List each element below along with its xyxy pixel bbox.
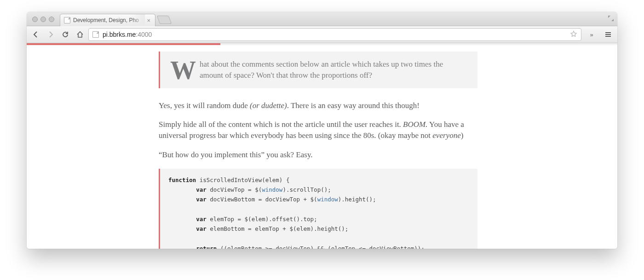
- page-icon: [64, 17, 70, 23]
- close-window-button[interactable]: [32, 17, 38, 22]
- tab-strip: Development, Design, Pho ×: [27, 12, 617, 26]
- code-block: function isScrolledIntoView(elem) { var …: [159, 169, 477, 249]
- browser-window: Development, Design, Pho ×: [27, 12, 617, 249]
- reading-progress-bar: [27, 43, 220, 45]
- minimize-window-button[interactable]: [40, 17, 46, 22]
- tab-title: Development, Design, Pho: [73, 17, 139, 23]
- url-text: pi.bbrks.me:4000: [103, 31, 566, 38]
- enter-fullscreen-icon[interactable]: [607, 15, 615, 22]
- paragraph-1: Yes, yes it will random dude (or dudette…: [159, 100, 477, 111]
- new-tab-button[interactable]: [157, 16, 172, 24]
- back-button[interactable]: [29, 29, 42, 40]
- forward-button[interactable]: [44, 29, 57, 40]
- article-body: W hat about the comments section below a…: [159, 43, 477, 249]
- blockquote-text: hat about the comments section below an …: [200, 60, 443, 80]
- close-tab-button[interactable]: ×: [146, 17, 151, 23]
- drop-cap: W: [170, 61, 196, 80]
- reload-button[interactable]: [59, 29, 72, 40]
- hamburger-menu-button[interactable]: [602, 29, 615, 40]
- paragraph-2: Simply hide all of the content which is …: [159, 119, 477, 141]
- site-page-icon: [92, 31, 99, 38]
- toolbar: pi.bbrks.me:4000 »: [27, 26, 617, 43]
- window-controls: [32, 17, 54, 22]
- blockquote: W hat about the comments section below a…: [159, 51, 477, 88]
- page-viewport[interactable]: W hat about the comments section below a…: [27, 43, 617, 249]
- home-button[interactable]: [74, 29, 86, 40]
- browser-tab-active[interactable]: Development, Design, Pho ×: [60, 14, 155, 26]
- reading-progress-track: [27, 43, 617, 45]
- paragraph-3: “But how do you implement this” you ask?…: [159, 149, 477, 160]
- zoom-window-button[interactable]: [49, 17, 54, 22]
- address-bar[interactable]: pi.bbrks.me:4000: [88, 28, 581, 41]
- bookmark-star-icon[interactable]: [570, 30, 577, 39]
- overflow-chevron-icon[interactable]: »: [583, 29, 600, 40]
